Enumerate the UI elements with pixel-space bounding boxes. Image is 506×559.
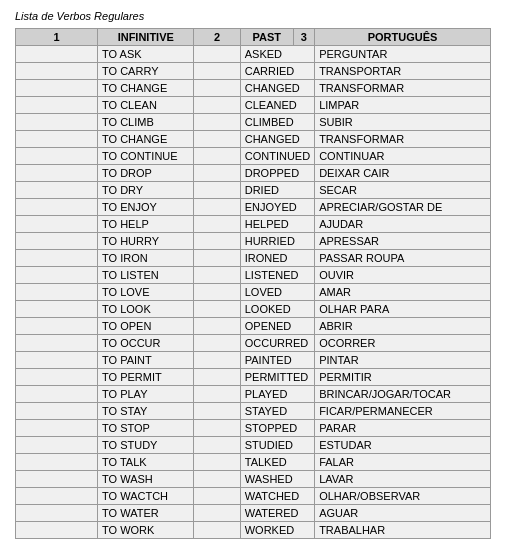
row-number [16,182,98,199]
past: CHANGED [240,80,314,97]
portugues: AGUAR [315,505,491,522]
header-col1: 1 [16,29,98,46]
table-row: TO PLAYPLAYEDBRINCAR/JOGAR/TOCAR [16,386,491,403]
col3-number [194,199,240,216]
col3-number [194,250,240,267]
row-number [16,131,98,148]
portugues: TRABALHAR [315,522,491,539]
row-number [16,522,98,539]
table-row: TO HURRYHURRIEDAPRESSAR [16,233,491,250]
infinitive: TO PERMIT [98,369,194,386]
infinitive: TO WACTCH [98,488,194,505]
past: CARRIED [240,63,314,80]
row-number [16,284,98,301]
col3-number [194,216,240,233]
past: DROPPED [240,165,314,182]
table-row: TO STOPSTOPPEDPARAR [16,420,491,437]
row-number [16,471,98,488]
row-number [16,80,98,97]
past: WATERED [240,505,314,522]
table-row: TO CHANGECHANGEDTRANSFORMAR [16,80,491,97]
row-number [16,63,98,80]
infinitive: TO CHANGE [98,131,194,148]
past: LOVED [240,284,314,301]
infinitive: TO LISTEN [98,267,194,284]
past: DRIED [240,182,314,199]
col3-number [194,522,240,539]
past: HURRIED [240,233,314,250]
row-number [16,199,98,216]
infinitive: TO OPEN [98,318,194,335]
table-row: TO CHANGECHANGEDTRANSFORMAR [16,131,491,148]
portugues: APRESSAR [315,233,491,250]
infinitive: TO HELP [98,216,194,233]
row-number [16,454,98,471]
table-row: TO ENJOYENJOYEDAPRECIAR/GOSTAR DE [16,199,491,216]
past: CLEANED [240,97,314,114]
col3-number [194,454,240,471]
table-row: TO LOOKLOOKEDOLHAR PARA [16,301,491,318]
col3-number [194,403,240,420]
col3-number [194,437,240,454]
infinitive: TO ENJOY [98,199,194,216]
past: STUDIED [240,437,314,454]
row-number [16,250,98,267]
portugues: LAVAR [315,471,491,488]
table-row: TO PAINTPAINTEDPINTAR [16,352,491,369]
portugues: OUVIR [315,267,491,284]
portugues: CONTINUAR [315,148,491,165]
past: WATCHED [240,488,314,505]
col3-number [194,471,240,488]
infinitive: TO LOVE [98,284,194,301]
col3-number [194,352,240,369]
header-past: PAST [240,29,293,46]
infinitive: TO HURRY [98,233,194,250]
table-row: TO CLEANCLEANEDLIMPAR [16,97,491,114]
portugues: FALAR [315,454,491,471]
infinitive: TO CHANGE [98,80,194,97]
col3-number [194,233,240,250]
infinitive: TO OCCUR [98,335,194,352]
row-number [16,352,98,369]
col3-number [194,369,240,386]
table-row: TO WORKWORKEDTRABALHAR [16,522,491,539]
infinitive: TO CONTINUE [98,148,194,165]
table-row: TO DRYDRIEDSECAR [16,182,491,199]
row-number [16,148,98,165]
row-number [16,267,98,284]
row-number [16,114,98,131]
row-number [16,488,98,505]
col3-number [194,46,240,63]
verbs-table: 1 INFINITIVE 2 PAST 3 PORTUGUÊS TO ASKAS… [15,28,491,539]
infinitive: TO CARRY [98,63,194,80]
portugues: ESTUDAR [315,437,491,454]
portugues: AMAR [315,284,491,301]
table-row: TO DROPDROPPEDDEIXAR CAIR [16,165,491,182]
infinitive: TO CLIMB [98,114,194,131]
row-number [16,97,98,114]
col3-number [194,80,240,97]
row-number [16,335,98,352]
row-number [16,369,98,386]
past: PAINTED [240,352,314,369]
row-number [16,318,98,335]
row-number [16,386,98,403]
col3-number [194,148,240,165]
header-infinitive: INFINITIVE [98,29,194,46]
table-row: TO IRONIRONEDPASSAR ROUPA [16,250,491,267]
infinitive: TO LOOK [98,301,194,318]
infinitive: TO WORK [98,522,194,539]
past: CLIMBED [240,114,314,131]
header-col3: 2 [194,29,240,46]
table-row: TO CONTINUECONTINUEDCONTINUAR [16,148,491,165]
portugues: PARAR [315,420,491,437]
past: OPENED [240,318,314,335]
table-row: TO WASHWASHEDLAVAR [16,471,491,488]
row-number [16,403,98,420]
col3-number [194,386,240,403]
page-title: Lista de Verbos Regulares [15,10,491,22]
portugues: FICAR/PERMANECER [315,403,491,420]
table-row: TO ASKASKEDPERGUNTAR [16,46,491,63]
past: LOOKED [240,301,314,318]
col3-number [194,284,240,301]
